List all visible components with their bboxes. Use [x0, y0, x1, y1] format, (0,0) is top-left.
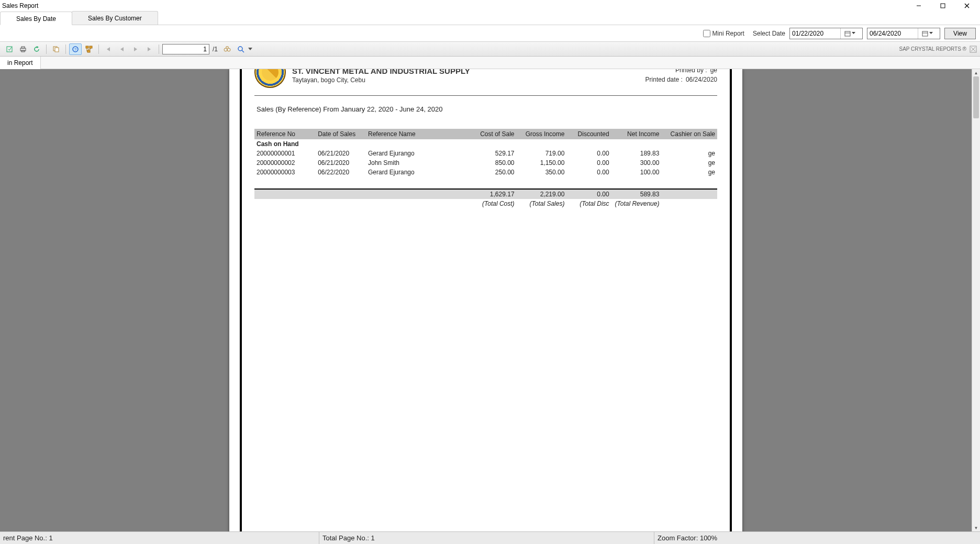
company-block: ST. VINCENT METAL AND INDUSTRIAL SUPPLY …: [292, 69, 470, 84]
app-window: Sales Report Sales By Date Sales By Cust…: [0, 0, 980, 544]
printed-by-value: ge: [710, 69, 717, 74]
cell-gross: 350.00: [517, 168, 567, 177]
window-controls: [907, 0, 979, 12]
total-disc-label: (Total Disc: [566, 199, 611, 208]
printed-date-label: Printed date :: [645, 76, 683, 83]
first-page-button[interactable]: [102, 43, 115, 55]
export-button[interactable]: [3, 43, 16, 55]
viewer-canvas[interactable]: ST. VINCENT METAL AND INDUSTRIAL SUPPLY …: [0, 69, 972, 531]
cell-net: 189.83: [611, 149, 662, 158]
table-row: 20000000003 06/22/2020 Gerard Ejurango 2…: [254, 168, 717, 177]
page-number-input[interactable]: [162, 44, 209, 54]
svg-text:?: ?: [74, 47, 77, 52]
subtab-strip: in Report: [0, 57, 980, 69]
copy-icon: [52, 46, 60, 53]
cell-ref: 20000000003: [254, 168, 316, 177]
chevron-down-icon: [929, 32, 933, 35]
cell-name: Gerard Ejurango: [366, 168, 466, 177]
status-total-page: Total Page No.: 1: [319, 532, 654, 544]
col-ref-name: Reference Name: [366, 129, 466, 139]
report-header: ST. VINCENT METAL AND INDUSTRIAL SUPPLY …: [254, 69, 717, 93]
col-cashier: Cashier on Sale: [661, 129, 717, 139]
mini-report-checkbox[interactable]: [703, 30, 710, 37]
select-date-label: Select Date: [753, 30, 785, 37]
svg-line-22: [242, 50, 244, 52]
prev-page-button[interactable]: [116, 43, 128, 55]
report-range: Sales (By Reference) From January 22, 20…: [257, 105, 717, 113]
scroll-down-icon[interactable]: ▼: [972, 524, 980, 531]
col-disc: Discounted: [566, 129, 611, 139]
chevron-down-icon[interactable]: [248, 48, 252, 51]
totals-table: 1,629.17 2,219.00 0.00 589.83 (Total Cos…: [254, 190, 717, 208]
date-from-input[interactable]: [790, 28, 840, 39]
refresh-button[interactable]: [30, 43, 43, 55]
date-to-input[interactable]: [867, 28, 918, 39]
tab-sales-by-date[interactable]: Sales By Date: [0, 12, 72, 25]
status-current-page: rent Page No.: 1: [0, 532, 319, 544]
cell-disc: 0.00: [566, 168, 611, 177]
totals-row: 1,629.17 2,219.00 0.00 589.83: [254, 190, 717, 199]
table-header: Reference No Date of Sales Reference Nam…: [254, 129, 717, 139]
total-net-label: (Total Revenue): [611, 199, 662, 208]
binoculars-icon: [224, 46, 231, 53]
main-report-tab[interactable]: in Report: [0, 57, 41, 69]
printer-icon: [19, 46, 27, 53]
svg-rect-17: [90, 46, 92, 48]
maximize-button[interactable]: [931, 0, 955, 12]
brand-text: SAP CRYSTAL REPORTS ®: [899, 46, 966, 52]
last-icon: [146, 46, 152, 52]
scroll-thumb[interactable]: [973, 76, 979, 118]
table-row: 20000000001 06/21/2020 Gerard Ejurango 5…: [254, 149, 717, 158]
date-to-picker-button[interactable]: [918, 28, 937, 39]
next-page-button[interactable]: [129, 43, 142, 55]
cell-gross: 719.00: [517, 149, 567, 158]
svg-rect-10: [21, 47, 25, 48]
next-icon: [133, 46, 138, 52]
cell-date: 06/21/2020: [316, 149, 366, 158]
date-from-picker-button[interactable]: [840, 28, 859, 39]
print-meta: Printed by :ge Printed date :06/24/2020: [645, 69, 717, 85]
company-address: Taytayan, bogo City, Cebu: [292, 76, 470, 84]
date-to-field[interactable]: [867, 28, 940, 39]
scroll-up-icon[interactable]: ▲: [972, 69, 980, 76]
svg-rect-4: [845, 31, 850, 36]
mini-report-label: Mini Report: [712, 30, 744, 37]
total-cost: 1,629.17: [466, 190, 517, 199]
table-row: 20000000002 06/21/2020 John Smith 850.00…: [254, 158, 717, 168]
minimize-button[interactable]: [907, 0, 931, 12]
toggle-parameter-panel-button[interactable]: ?: [69, 43, 82, 55]
window-title: Sales Report: [2, 2, 38, 9]
status-bar: rent Page No.: 1 Total Page No.: 1 Zoom …: [0, 531, 980, 544]
cell-cashier: ge: [661, 158, 717, 168]
cell-cost: 529.17: [466, 149, 517, 158]
export-icon: [6, 46, 13, 53]
toolbar-separator: [46, 45, 47, 54]
print-button[interactable]: [17, 43, 29, 55]
col-cost: Cost of Sale: [466, 129, 517, 139]
cell-net: 100.00: [611, 168, 662, 177]
copy-button[interactable]: [50, 43, 62, 55]
svg-rect-13: [55, 48, 59, 52]
vertical-scrollbar[interactable]: ▲ ▼: [972, 69, 980, 531]
find-button[interactable]: [221, 43, 233, 55]
close-panel-icon[interactable]: [970, 46, 977, 53]
toggle-group-tree-button[interactable]: [83, 43, 95, 55]
view-button[interactable]: View: [944, 28, 976, 39]
tree-icon: [85, 46, 93, 53]
zoom-button[interactable]: [235, 43, 247, 55]
printed-by-label: Printed by :: [675, 69, 707, 74]
report-toolbar: ? /1 SAP CRYSTAL REPORTS ®: [0, 42, 980, 57]
total-cost-label: (Total Cost): [466, 199, 517, 208]
cell-net: 300.00: [611, 158, 662, 168]
maximize-icon: [940, 3, 945, 8]
mini-report-wrap[interactable]: Mini Report: [703, 30, 744, 37]
close-button[interactable]: [955, 0, 979, 12]
minimize-icon: [916, 3, 921, 8]
last-page-button[interactable]: [143, 43, 155, 55]
col-net: Net Income: [611, 129, 662, 139]
tab-sales-by-customer[interactable]: Sales By Customer: [72, 11, 158, 25]
cell-cost: 850.00: [466, 158, 517, 168]
svg-point-21: [238, 47, 242, 51]
date-from-field[interactable]: [789, 28, 863, 39]
report-table: Reference No Date of Sales Reference Nam…: [254, 129, 717, 177]
